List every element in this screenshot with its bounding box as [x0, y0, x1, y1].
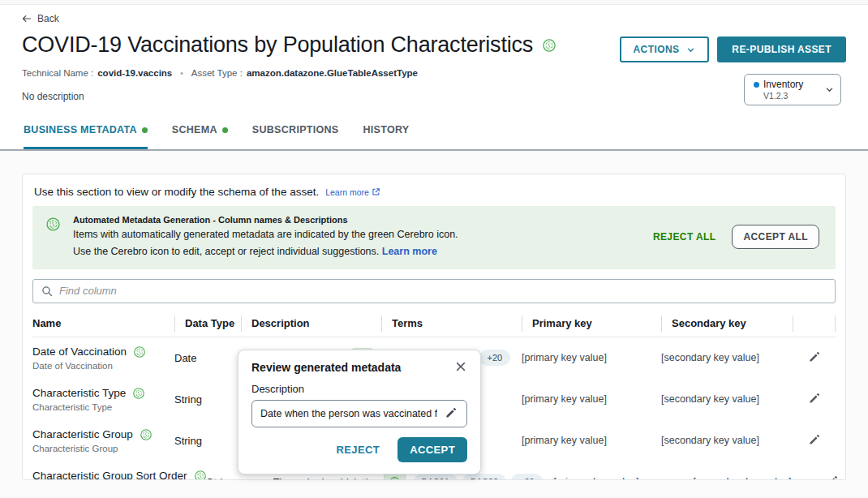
data-type-cell: Date	[174, 352, 241, 364]
banner-line-1: Items with automatically generated metad…	[73, 228, 458, 242]
term-chip[interactable]: BAS01	[414, 474, 458, 480]
header-actions-column	[793, 316, 836, 332]
banner-title: Automated Metadata Generation - Column n…	[73, 215, 458, 225]
version-number: V1.2.3	[763, 91, 803, 101]
version-selector[interactable]: Inventory V1.2.3	[744, 74, 841, 105]
cerebro-icon	[140, 428, 153, 441]
tab-label: SCHEMA	[172, 124, 217, 135]
header-secondary-key: Secondary key	[661, 316, 793, 332]
header-terms: Terms	[381, 316, 522, 332]
column-name-cell: Characteristic Type Characteristic Type	[32, 387, 174, 412]
tab-bar: BUSINESS METADATA SCHEMA SUBSCRIPTIONS H…	[22, 124, 846, 149]
meta-separator: •	[180, 69, 183, 78]
tab-subscriptions[interactable]: SUBSCRIPTIONS	[252, 124, 339, 149]
row-actions-cell	[825, 474, 840, 480]
cerebro-icon	[194, 470, 207, 480]
term-chip-more[interactable]: +20	[479, 350, 511, 366]
version-name-label: Inventory	[763, 79, 803, 90]
cerebro-icon	[133, 346, 146, 358]
column-technical-name: Date of Vaccination	[32, 361, 174, 371]
term-chip-more[interactable]: +20	[511, 474, 543, 480]
edit-row-button[interactable]	[807, 350, 822, 365]
close-icon	[455, 361, 466, 372]
column-technical-name: Characteristic Group	[32, 444, 174, 453]
search-input[interactable]	[59, 285, 827, 297]
green-status-dot	[142, 127, 148, 133]
schema-learn-more-link[interactable]: Learn more	[325, 187, 380, 197]
header-data-type: Data Type	[174, 316, 241, 332]
title-row: COVID-19 Vaccinations by Population Char…	[22, 32, 846, 62]
primary-key-cell: [primary key value]	[522, 352, 661, 363]
term-chip[interactable]: BAS02	[462, 474, 506, 480]
popup-description-field[interactable]: Date when the person was vaccinated for …	[251, 400, 467, 427]
asset-type-label: Asset Type :	[191, 68, 243, 78]
green-status-dot	[222, 127, 228, 133]
back-label: Back	[37, 13, 59, 24]
primary-key-cell: [primary key value]	[554, 476, 694, 480]
header-buttons: ACTIONS RE-PUBLISH ASSET	[620, 36, 846, 62]
edit-description-button[interactable]	[444, 406, 458, 421]
popup-actions: REJECT ACCEPT	[251, 437, 467, 462]
tab-label: BUSINESS METADATA	[24, 124, 137, 135]
row-actions-cell	[793, 433, 836, 448]
close-button[interactable]	[454, 361, 467, 374]
pencil-icon	[808, 350, 821, 363]
find-column-search	[32, 279, 836, 303]
cerebro-icon	[132, 387, 145, 400]
no-description-text: No description	[22, 91, 846, 102]
banner-line-2-text: Use the Cerebro icon to edit, accept or …	[73, 246, 379, 257]
banner-learn-more-link[interactable]: Learn more	[382, 246, 437, 257]
data-type-cell: String	[174, 393, 241, 406]
accept-all-button[interactable]: ACCEPT ALL	[732, 225, 819, 249]
edit-row-button[interactable]	[825, 474, 840, 480]
column-name-cell: Date of Vaccination Date of Vaccination	[32, 346, 174, 371]
page-title: COVID-19 Vaccinations by Population Char…	[22, 32, 556, 58]
actions-button-label: ACTIONS	[634, 44, 680, 55]
tab-schema[interactable]: SCHEMA	[172, 124, 228, 149]
table-header-row: Name Data Type Description Terms Primary…	[32, 311, 836, 337]
row-actions-cell	[793, 350, 836, 365]
back-link[interactable]: Back	[22, 13, 59, 24]
column-name-cell: Characteristic Group Sort Order Characte…	[32, 470, 207, 480]
popup-description-label: Description	[251, 383, 467, 395]
inventory-status-dot	[754, 82, 759, 88]
reject-all-button[interactable]: REJECT ALL	[653, 231, 716, 243]
edit-row-button[interactable]	[807, 392, 822, 406]
technical-name-value: covid-19.vaccins	[97, 68, 172, 78]
republish-asset-button[interactable]: RE-PUBLISH ASSET	[717, 36, 846, 62]
banner-text-block: Automated Metadata Generation - Column n…	[73, 215, 458, 259]
cerebro-icon	[542, 38, 556, 53]
pencil-icon	[808, 392, 821, 405]
chevron-down-icon	[825, 83, 834, 97]
edit-row-button[interactable]	[807, 433, 822, 448]
header-name: Name	[32, 316, 174, 332]
header-description: Description	[241, 316, 381, 332]
chevron-down-icon	[686, 45, 695, 54]
column-display-name: Characteristic Group Sort Order	[32, 470, 187, 480]
automated-metadata-banner: Automated Metadata Generation - Column n…	[32, 206, 836, 269]
header-primary-key: Primary key	[522, 316, 661, 332]
tab-label: SUBSCRIPTIONS	[252, 124, 339, 135]
search-icon	[41, 285, 53, 297]
cerebro-icon	[45, 217, 61, 232]
secondary-key-cell: [secondary key value]	[661, 435, 793, 446]
actions-button[interactable]: ACTIONS	[620, 36, 710, 62]
reject-button[interactable]: REJECT	[336, 444, 380, 456]
row-actions-cell	[793, 392, 836, 406]
pencil-icon	[445, 406, 458, 419]
learn-more-label: Learn more	[325, 187, 369, 197]
secondary-key-cell: [secondary key value]	[694, 476, 825, 480]
tab-label: HISTORY	[363, 124, 410, 135]
tab-business-metadata[interactable]: BUSINESS METADATA	[24, 124, 148, 149]
accept-button[interactable]: ACCEPT	[397, 437, 467, 462]
banner-actions: REJECT ALL ACCEPT ALL	[653, 215, 823, 259]
tab-history[interactable]: HISTORY	[363, 124, 410, 149]
pencil-icon	[826, 474, 839, 480]
data-type-cell: String	[207, 476, 273, 480]
secondary-key-cell: [secondary key value]	[661, 352, 793, 363]
primary-key-cell: [primary key value]	[522, 393, 661, 405]
review-metadata-popup: Review generated metadata Description Da…	[238, 350, 481, 474]
asset-meta-row: Technical Name : covid-19.vaccins • Asse…	[22, 68, 846, 78]
column-display-name: Characteristic Group	[32, 428, 133, 440]
terms-cell: BAS01 BAS02 +20	[414, 474, 554, 480]
